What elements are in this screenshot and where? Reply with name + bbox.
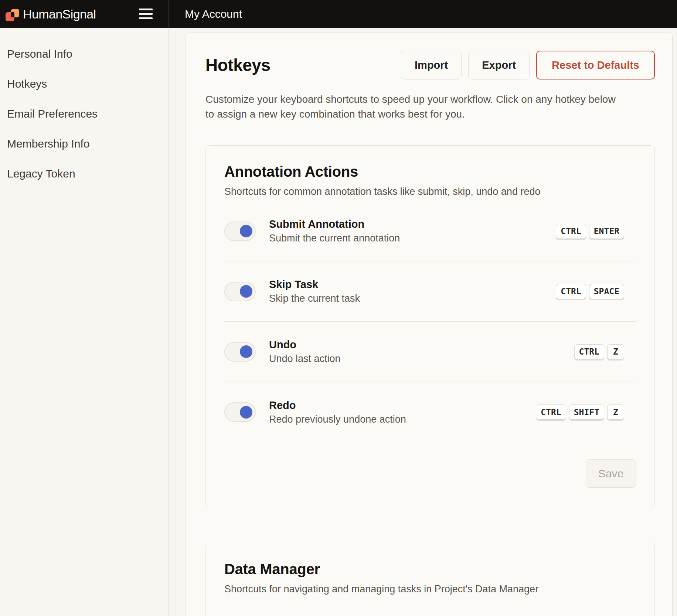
brand-name: HumanSignal	[23, 8, 96, 20]
hotkey-key-badge-ctrl[interactable]: CTRL	[536, 405, 566, 420]
hotkey-key-badge-shift[interactable]: SHIFT	[569, 405, 604, 420]
hotkey-description: Undo last action	[269, 352, 341, 366]
hotkey-key-group: CTRLSPACE	[556, 284, 624, 299]
hotkey-text: Redo Redo previously undone action	[269, 398, 406, 426]
reset-to-defaults-button[interactable]: Reset to Defaults	[536, 51, 655, 79]
hotkey-key-badge-enter[interactable]: ENTER	[589, 224, 624, 239]
toggle-knob-icon	[240, 225, 252, 237]
hotkeys-toolbar: Import Export Reset to Defaults	[401, 51, 655, 79]
hotkey-description: Skip the current task	[269, 291, 360, 305]
top-bar: HumanSignal My Account	[0, 0, 677, 28]
hotkey-name: Redo	[269, 398, 406, 412]
hotkey-row-undo: Undo Undo last action CTRLZ	[224, 322, 636, 382]
save-row: Save	[224, 459, 636, 488]
export-button[interactable]: Export	[468, 51, 530, 79]
sidebar-item-personal-info[interactable]: Personal Info	[0, 47, 168, 77]
hotkey-key-group: CTRLZ	[574, 344, 624, 359]
section-data-manager: Data Manager Shortcuts for navigating an…	[205, 543, 655, 616]
hotkey-key-badge-z[interactable]: Z	[607, 405, 624, 420]
toggle-knob-icon	[240, 345, 252, 358]
hotkeys-header: Hotkeys Import Export Reset to Defaults	[205, 51, 655, 79]
hotkey-name: Undo	[269, 338, 341, 352]
hotkeys-description: Customize your keyboard shortcuts to spe…	[205, 92, 619, 122]
section-title: Data Manager	[224, 561, 636, 578]
hotkey-description: Submit the current annotation	[269, 231, 400, 245]
hotkey-description: Redo previously undone action	[269, 412, 406, 426]
hotkey-name: Skip Task	[269, 277, 360, 291]
hotkey-key-badge-z[interactable]: Z	[607, 344, 624, 359]
page-breadcrumb-title: My Account	[185, 8, 242, 20]
hotkey-row-skip-task: Skip Task Skip the current task CTRLSPAC…	[224, 261, 636, 322]
hotkey-text: Skip Task Skip the current task	[269, 277, 360, 305]
hotkey-toggle[interactable]	[224, 402, 256, 422]
sidebar-item-hotkeys[interactable]: Hotkeys	[0, 77, 168, 107]
hotkey-key-group: CTRLENTER	[556, 224, 624, 239]
humansignal-logo[interactable]: HumanSignal	[5, 6, 96, 22]
hotkey-name: Submit Annotation	[269, 217, 400, 231]
section-subtitle: Shortcuts for navigating and managing ta…	[224, 583, 636, 595]
hotkey-key-group: CTRLSHIFTZ	[536, 405, 624, 420]
section-title: Annotation Actions	[224, 163, 636, 180]
sidebar-item-legacy-token[interactable]: Legacy Token	[0, 167, 168, 197]
hotkey-toggle[interactable]	[224, 221, 256, 241]
sidebar-item-email-preferences[interactable]: Email Preferences	[0, 107, 168, 137]
hotkey-key-badge-ctrl[interactable]: CTRL	[556, 224, 586, 239]
sidebar-item-membership-info[interactable]: Membership Info	[0, 137, 168, 167]
hotkey-row-submit-annotation: Submit Annotation Submit the current ann…	[224, 201, 636, 261]
main-content: Hotkeys Import Export Reset to Defaults …	[169, 28, 677, 616]
import-button[interactable]: Import	[401, 51, 462, 79]
hotkey-toggle[interactable]	[224, 342, 256, 362]
section-subtitle: Shortcuts for common annotation tasks li…	[224, 186, 636, 197]
hotkey-key-badge-ctrl[interactable]: CTRL	[556, 284, 586, 299]
sidebar-nav-list: Personal InfoHotkeysEmail PreferencesMem…	[0, 47, 168, 197]
hotkey-key-badge-ctrl[interactable]: CTRL	[574, 344, 604, 359]
hotkey-rows: Submit Annotation Submit the current ann…	[224, 201, 636, 442]
hotkey-toggle[interactable]	[224, 282, 256, 301]
humansignal-logo-icon	[5, 6, 20, 22]
hotkey-text: Undo Undo last action	[269, 338, 341, 366]
toggle-knob-icon	[240, 285, 252, 298]
toggle-knob-icon	[240, 406, 252, 419]
save-button[interactable]: Save	[586, 459, 636, 488]
hotkey-row-redo: Redo Redo previously undone action CTRLS…	[224, 382, 636, 442]
top-bar-left: HumanSignal	[0, 0, 169, 28]
hotkey-key-badge-space[interactable]: SPACE	[589, 284, 624, 299]
page-title: Hotkeys	[205, 55, 270, 75]
hamburger-menu-icon[interactable]	[139, 7, 153, 21]
logo-square-overlap	[11, 12, 14, 17]
account-sidebar: Personal InfoHotkeysEmail PreferencesMem…	[0, 28, 169, 616]
top-bar-main: My Account	[169, 0, 677, 28]
section-annotation-actions: Annotation Actions Shortcuts for common …	[205, 145, 655, 507]
hotkey-text: Submit Annotation Submit the current ann…	[269, 217, 400, 245]
hotkeys-card: Hotkeys Import Export Reset to Defaults …	[186, 33, 673, 616]
